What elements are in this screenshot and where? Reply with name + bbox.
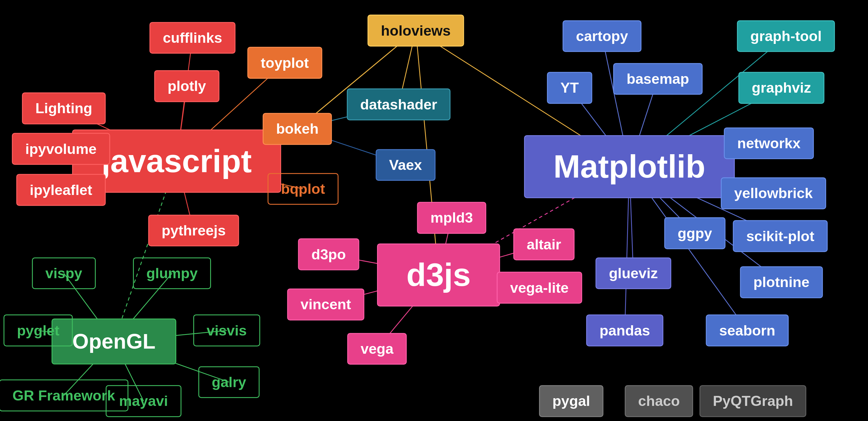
node-mpld3: mpld3 xyxy=(417,202,486,234)
node-pyqtgraph: PyQTGraph xyxy=(700,385,806,417)
node-graphviz: graphviz xyxy=(738,72,825,104)
node-pyglet: pyglet xyxy=(3,315,73,346)
node-plotly: plotly xyxy=(154,70,219,102)
node-yellowbrick: yellowbrick xyxy=(721,177,826,209)
node-holoviews: holoviews xyxy=(368,15,464,47)
node-pandas: pandas xyxy=(586,315,663,346)
node-datashader: datashader xyxy=(347,88,451,120)
node-galry: galry xyxy=(198,366,259,398)
node-lighting: Lighting xyxy=(22,92,106,124)
node-cartopy: cartopy xyxy=(563,20,642,52)
node-ipyleaflet: ipyleaflet xyxy=(16,174,106,206)
node-glumpy: glumpy xyxy=(133,257,211,289)
node-visvis: visvis xyxy=(193,315,260,346)
node-d3po: d3po xyxy=(298,238,359,271)
node-pythreejs: pythreejs xyxy=(148,215,239,247)
node-bokeh: bokeh xyxy=(262,113,332,145)
node-pygal: pygal xyxy=(539,385,603,417)
node-glueviz: glueviz xyxy=(595,257,671,289)
node-ipyvolume: ipyvolume xyxy=(12,133,110,165)
node-bqplot: bqplot xyxy=(268,173,339,205)
node-basemap: basemap xyxy=(613,63,703,95)
node-grframework: GR Framework xyxy=(0,380,128,411)
node-networkx: networkx xyxy=(724,128,814,159)
node-seaborn: seaborn xyxy=(706,315,788,346)
node-matplotlib: Matplotlib xyxy=(524,135,735,198)
node-vincent: vincent xyxy=(287,288,364,320)
node-plotnine: plotnine xyxy=(740,266,823,298)
node-vegalite: vega-lite xyxy=(497,272,582,304)
node-graphtool: graph-tool xyxy=(737,20,835,52)
node-vaex: Vaex xyxy=(376,149,435,181)
node-ggpy: ggpy xyxy=(664,218,725,249)
node-vispy: vispy xyxy=(32,257,96,289)
node-yt: YT xyxy=(547,72,592,104)
node-chaco: chaco xyxy=(625,385,693,417)
node-toyplot: toyplot xyxy=(247,47,322,79)
node-d3js: d3js xyxy=(377,244,500,307)
node-vega: vega xyxy=(347,333,407,365)
node-altair: altair xyxy=(513,228,575,260)
node-scikit-plot: scikit-plot xyxy=(733,220,828,252)
node-cufflinks: cufflinks xyxy=(150,22,236,54)
